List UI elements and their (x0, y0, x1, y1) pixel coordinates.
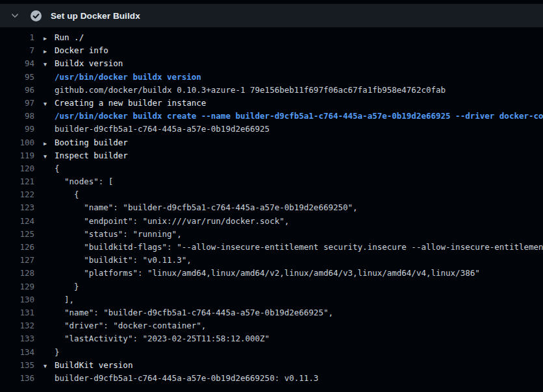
log-line: 122 { (0, 188, 543, 201)
log-line: 95/usr/bin/docker buildx version (0, 71, 543, 84)
log-line: 124 "endpoint": "unix:///var/run/docker.… (0, 215, 543, 228)
line-number[interactable]: 136 (0, 372, 34, 385)
log-group-row[interactable]: 119▼Inspect builder (0, 149, 543, 162)
log-group-row[interactable]: 94▼Buildx version (0, 57, 543, 70)
output-text: "lastActivity": "2023-02-25T11:58:12.000… (55, 332, 270, 345)
line-number[interactable]: 126 (0, 241, 34, 254)
log-line: 136builder-d9cfb5a1-c764-445a-a57e-0b19d… (0, 372, 543, 385)
line-number[interactable]: 121 (0, 175, 34, 188)
log-line: 121 "nodes": [ (0, 175, 543, 188)
output-text: github.com/docker/buildx 0.10.3+azure-1 … (55, 84, 446, 97)
log-line: 98/usr/bin/docker buildx create --name b… (0, 110, 543, 123)
output-text: "platforms": "linux/amd64,linux/amd64/v2… (55, 267, 480, 280)
output-text: } (55, 280, 79, 293)
output-text: builder-d9cfb5a1-c764-445a-a57e-0b19d2e6… (55, 123, 270, 136)
line-number[interactable]: 135 (0, 359, 34, 372)
command-text: /usr/bin/docker buildx create --name bui… (55, 110, 543, 123)
triangle-right-icon[interactable]: ▶ (34, 32, 55, 44)
group-title: Docker info (55, 44, 108, 57)
output-text: "name": "builder-d9cfb5a1-c764-445a-a57e… (55, 306, 333, 319)
log-line: 123 "name": "builder-d9cfb5a1-c764-445a-… (0, 201, 543, 214)
group-title: Creating a new builder instance (55, 97, 206, 110)
line-number[interactable]: 120 (0, 162, 34, 175)
log-group-row[interactable]: 135▼BuildKit version (0, 359, 543, 372)
log-group-row[interactable]: 100▶Booting builder (0, 136, 543, 149)
log-line: 129 } (0, 280, 543, 293)
log-viewer: Set up Docker Buildx 1▶Run ./7▶Docker in… (0, 0, 543, 392)
line-number[interactable]: 96 (0, 84, 34, 97)
output-text: "driver": "docker-container", (55, 319, 206, 332)
line-number[interactable]: 127 (0, 254, 34, 267)
check-circle-icon (31, 10, 42, 21)
command-text: /usr/bin/docker buildx version (55, 71, 201, 84)
triangle-right-icon[interactable]: ▶ (34, 137, 55, 149)
step-header[interactable]: Set up Docker Buildx (0, 4, 543, 27)
log-line: 132 "driver": "docker-container", (0, 319, 543, 332)
line-number[interactable]: 100 (0, 136, 34, 149)
line-number[interactable]: 7 (0, 44, 34, 57)
group-title: Inspect builder (55, 149, 128, 162)
log-line: 96github.com/docker/buildx 0.10.3+azure-… (0, 84, 543, 97)
log-group-row[interactable]: 1▶Run ./ (0, 31, 543, 44)
line-number[interactable]: 1 (0, 31, 34, 44)
output-text: { (55, 162, 60, 175)
triangle-down-icon[interactable]: ▼ (34, 360, 55, 372)
log-line: 126 "buildkitd-flags": "--allow-insecure… (0, 241, 543, 254)
line-number[interactable]: 123 (0, 201, 34, 214)
triangle-down-icon[interactable]: ▼ (34, 58, 55, 70)
group-title: BuildKit version (55, 359, 133, 372)
line-number[interactable]: 97 (0, 97, 34, 110)
output-text: } (55, 346, 60, 359)
output-text: builder-d9cfb5a1-c764-445a-a57e-0b19d2e6… (55, 372, 318, 385)
log-group-row[interactable]: 97▼Creating a new builder instance (0, 97, 543, 110)
log-line: 99builder-d9cfb5a1-c764-445a-a57e-0b19d2… (0, 123, 543, 136)
output-text: ], (55, 293, 74, 306)
triangle-right-icon[interactable]: ▶ (34, 45, 55, 57)
log-line: 125 "status": "running", (0, 228, 543, 241)
output-text: { (55, 188, 79, 201)
line-number[interactable]: 119 (0, 149, 34, 162)
group-title: Run ./ (55, 31, 84, 44)
triangle-down-icon[interactable]: ▼ (34, 150, 55, 162)
step-title: Set up Docker Buildx (51, 11, 140, 21)
log-line: 133 "lastActivity": "2023-02-25T11:58:12… (0, 332, 543, 345)
log-line: 130 ], (0, 293, 543, 306)
line-number[interactable]: 131 (0, 306, 34, 319)
log-line: 127 "buildkit": "v0.11.3", (0, 254, 543, 267)
output-text: "buildkit": "v0.11.3", (55, 254, 192, 267)
line-number[interactable]: 122 (0, 188, 34, 201)
line-number[interactable]: 128 (0, 267, 34, 280)
group-title: Buildx version (55, 57, 123, 70)
line-number[interactable]: 134 (0, 346, 34, 359)
output-text: "buildkitd-flags": "--allow-insecure-ent… (55, 241, 543, 254)
line-number[interactable]: 124 (0, 215, 34, 228)
log-line: 131 "name": "builder-d9cfb5a1-c764-445a-… (0, 306, 543, 319)
output-text: "endpoint": "unix:///var/run/docker.sock… (55, 215, 289, 228)
log-group-row[interactable]: 7▶Docker info (0, 44, 543, 57)
line-number[interactable]: 129 (0, 280, 34, 293)
log-line: 120{ (0, 162, 543, 175)
line-number[interactable]: 133 (0, 332, 34, 345)
output-text: "name": "builder-d9cfb5a1-c764-445a-a57e… (55, 201, 358, 214)
log-lines: 1▶Run ./7▶Docker info94▼Buildx version95… (0, 31, 543, 385)
line-number[interactable]: 98 (0, 110, 34, 123)
line-number[interactable]: 95 (0, 71, 34, 84)
group-title: Booting builder (55, 136, 128, 149)
log-line: 134} (0, 346, 543, 359)
chevron-down-icon[interactable] (10, 10, 20, 21)
output-text: "nodes": [ (55, 175, 113, 188)
log-line: 128 "platforms": "linux/amd64,linux/amd6… (0, 267, 543, 280)
line-number[interactable]: 125 (0, 228, 34, 241)
line-number[interactable]: 99 (0, 123, 34, 136)
output-text: "status": "running", (55, 228, 182, 241)
line-number[interactable]: 94 (0, 57, 34, 70)
line-number[interactable]: 130 (0, 293, 34, 306)
line-number[interactable]: 132 (0, 319, 34, 332)
triangle-down-icon[interactable]: ▼ (34, 97, 55, 110)
